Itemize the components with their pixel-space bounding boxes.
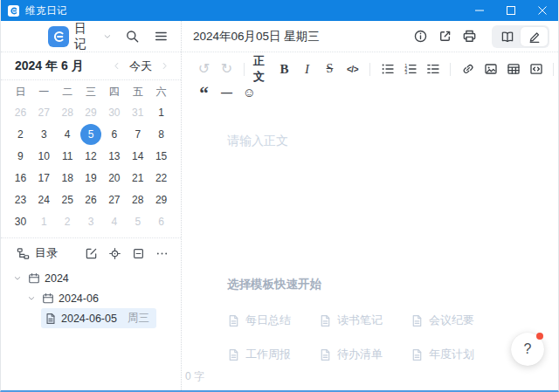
tree-row[interactable]: 2024-06-05周三 bbox=[1, 308, 181, 328]
help-button[interactable]: ? bbox=[511, 333, 544, 366]
calendar-day[interactable]: 7 bbox=[126, 123, 149, 145]
tree-entry[interactable]: 2024-06-05周三 bbox=[41, 308, 156, 328]
template-item[interactable]: 读书笔记 bbox=[319, 313, 411, 328]
menu-icon[interactable] bbox=[154, 29, 169, 44]
compose-icon[interactable] bbox=[85, 247, 98, 260]
calendar-day-selected[interactable]: 5 bbox=[79, 123, 103, 145]
chevron-right-icon[interactable] bbox=[160, 61, 169, 71]
collapse-all-icon[interactable] bbox=[132, 247, 145, 260]
calendar-day[interactable]: 16 bbox=[9, 167, 32, 189]
calendar-day[interactable]: 12 bbox=[79, 145, 103, 167]
calendar-day[interactable]: 22 bbox=[149, 167, 173, 189]
template-item-label: 年度计划 bbox=[429, 347, 474, 362]
italic-button[interactable]: I bbox=[297, 59, 317, 79]
calendar-day[interactable]: 26 bbox=[9, 101, 32, 123]
code-block-button[interactable] bbox=[526, 59, 546, 79]
calendar-day[interactable]: 2 bbox=[56, 210, 79, 232]
print-button[interactable] bbox=[457, 24, 481, 49]
calendar-day[interactable]: 31 bbox=[126, 101, 149, 123]
calendar-day[interactable]: 13 bbox=[102, 145, 126, 167]
calendar-icon bbox=[28, 272, 40, 285]
calendar-day[interactable]: 4 bbox=[102, 210, 126, 232]
search-icon[interactable] bbox=[125, 29, 140, 44]
export-button[interactable] bbox=[432, 24, 457, 49]
minimize-button[interactable] bbox=[464, 0, 495, 21]
chevron-left-icon[interactable] bbox=[112, 61, 121, 71]
undo-button[interactable]: ↺ bbox=[194, 59, 214, 79]
calendar-day[interactable]: 15 bbox=[149, 145, 173, 167]
locate-icon[interactable] bbox=[108, 247, 121, 260]
maximize-button[interactable] bbox=[495, 0, 527, 21]
calendar-day[interactable]: 17 bbox=[32, 167, 56, 189]
calendar-day[interactable]: 10 bbox=[32, 145, 56, 167]
calendar-day[interactable]: 25 bbox=[56, 189, 79, 210]
calendar-day[interactable]: 20 bbox=[102, 167, 126, 189]
quote-button[interactable]: “ bbox=[194, 82, 214, 101]
horizontal-rule-button[interactable]: — bbox=[217, 82, 237, 101]
table-button[interactable] bbox=[503, 59, 523, 79]
calendar-day[interactable]: 8 bbox=[149, 123, 173, 145]
calendar-day[interactable]: 2 bbox=[9, 123, 32, 145]
bullet-list-button[interactable] bbox=[377, 59, 397, 79]
editor-content[interactable]: 请输入正文 选择模板快速开始 每日总结读书笔记会议纪要工作周报待办清单年度计划 … bbox=[182, 108, 558, 390]
strikethrough-button[interactable]: S bbox=[320, 59, 340, 79]
tree-folder[interactable]: 2024 bbox=[24, 270, 76, 287]
link-button[interactable] bbox=[458, 59, 478, 79]
ordered-list-button[interactable]: 123 bbox=[400, 59, 420, 79]
calendar-day[interactable]: 30 bbox=[9, 210, 32, 232]
more-icon[interactable] bbox=[155, 247, 169, 260]
calendar-day[interactable]: 24 bbox=[32, 189, 56, 210]
calendar-day[interactable]: 19 bbox=[79, 167, 103, 189]
format-toolbar: ↺↻正文BIS</>123“—☺ bbox=[182, 52, 558, 108]
todo-list-button[interactable] bbox=[423, 59, 443, 79]
today-button[interactable]: 今天 bbox=[129, 58, 152, 74]
calendar-day[interactable]: 27 bbox=[32, 101, 56, 123]
calendar-day[interactable]: 5 bbox=[126, 210, 149, 232]
chevron-down-icon[interactable] bbox=[103, 32, 112, 41]
calendar-day[interactable]: 6 bbox=[102, 123, 126, 145]
calendar-day[interactable]: 6 bbox=[149, 210, 173, 232]
calendar-day[interactable]: 18 bbox=[56, 167, 79, 189]
template-item[interactable]: 待办清单 bbox=[319, 347, 411, 362]
calendar-day[interactable]: 3 bbox=[79, 210, 103, 232]
file-icon bbox=[319, 348, 332, 361]
template-item[interactable]: 每日总结 bbox=[227, 313, 319, 328]
notebook-switcher[interactable]: 日记 bbox=[74, 21, 99, 52]
tree-row[interactable]: 2024-06 bbox=[1, 288, 181, 308]
calendar-day[interactable]: 4 bbox=[56, 123, 79, 145]
calendar-day[interactable]: 27 bbox=[102, 189, 126, 210]
calendar-day[interactable]: 29 bbox=[79, 101, 103, 123]
template-item[interactable]: 会议纪要 bbox=[411, 313, 502, 328]
calendar-day[interactable]: 21 bbox=[126, 167, 149, 189]
paragraph-style-button[interactable]: 正文 bbox=[252, 59, 272, 79]
tree-item-label: 2024-06 bbox=[59, 292, 99, 305]
template-item[interactable]: 工作周报 bbox=[227, 347, 319, 362]
calendar-day[interactable]: 14 bbox=[126, 145, 149, 167]
calendar-day[interactable]: 26 bbox=[79, 189, 103, 210]
calendar-day[interactable]: 11 bbox=[56, 145, 79, 167]
calendar-day[interactable]: 1 bbox=[32, 210, 56, 232]
calendar-day[interactable]: 29 bbox=[149, 189, 173, 210]
calendar-day[interactable]: 3 bbox=[32, 123, 56, 145]
image-button[interactable] bbox=[480, 59, 500, 79]
template-item-label: 待办清单 bbox=[337, 347, 383, 362]
calendar-day[interactable]: 9 bbox=[9, 145, 32, 167]
emoji-button[interactable]: ☺ bbox=[239, 82, 259, 101]
emoji-glyph: ☺ bbox=[243, 86, 256, 99]
calendar-day[interactable]: 30 bbox=[102, 101, 126, 123]
bold-button[interactable]: B bbox=[274, 59, 294, 79]
read-mode-button[interactable] bbox=[493, 27, 521, 46]
inline-code-button[interactable]: </> bbox=[342, 59, 362, 79]
calendar-day[interactable]: 1 bbox=[149, 101, 173, 123]
calendar-day[interactable]: 28 bbox=[56, 101, 79, 123]
tree-folder[interactable]: 2024-06 bbox=[38, 290, 106, 307]
close-button[interactable] bbox=[527, 0, 558, 21]
calendar-day[interactable]: 28 bbox=[126, 189, 149, 210]
info-button[interactable] bbox=[408, 24, 432, 49]
tree-row[interactable]: 2024 bbox=[1, 268, 181, 288]
edit-mode-button[interactable] bbox=[521, 27, 548, 46]
template-item[interactable]: 年度计划 bbox=[411, 347, 502, 362]
redo-button[interactable]: ↻ bbox=[217, 59, 237, 79]
undo-glyph: ↺ bbox=[198, 62, 210, 76]
calendar-day[interactable]: 23 bbox=[9, 189, 32, 210]
